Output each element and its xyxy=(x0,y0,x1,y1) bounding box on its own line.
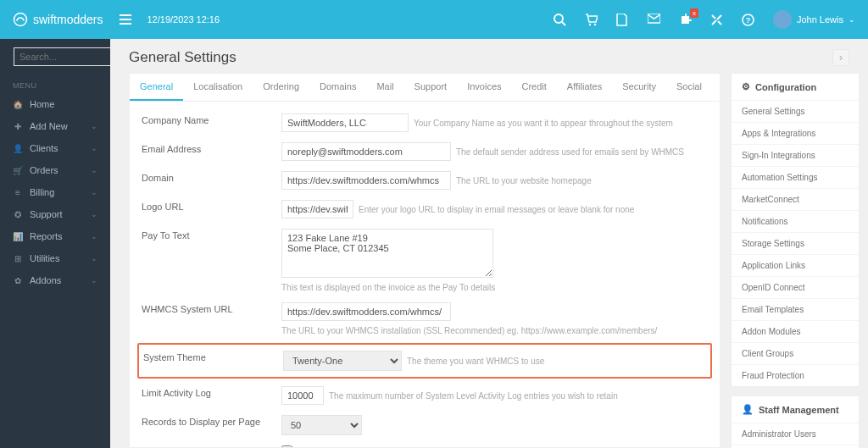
mail-icon[interactable] xyxy=(648,14,660,26)
tab-affiliates[interactable]: Affiliates xyxy=(557,74,612,101)
user-icon: 👤 xyxy=(742,404,754,415)
email-label: Email Address xyxy=(142,142,281,161)
nav-icon: 👤 xyxy=(13,144,23,153)
datetime: 12/19/2023 12:16 xyxy=(147,14,220,25)
page-title: General Settings xyxy=(129,49,236,66)
config-link-fraud-protection[interactable]: Fraud Protection xyxy=(732,364,859,386)
config-link-client-groups[interactable]: Client Groups xyxy=(732,342,859,364)
chevron-down-icon: ⌄ xyxy=(91,276,97,285)
config-link-marketconnect[interactable]: MarketConnect xyxy=(732,188,859,210)
maint-mode-checkbox[interactable] xyxy=(281,445,292,447)
tab-domains[interactable]: Domains xyxy=(309,74,366,101)
records-select[interactable]: 50 xyxy=(281,415,362,435)
brand-logo[interactable]: swiftmodders xyxy=(13,12,103,27)
chevron-down-icon: ⌄ xyxy=(91,144,97,152)
svg-point-1 xyxy=(554,14,563,23)
topbar: swiftmodders 12/19/2023 12:16 x ? John L… xyxy=(0,0,868,39)
chevron-down-icon: ⌄ xyxy=(91,188,97,196)
tabs: GeneralLocalisationOrderingDomainsMailSu… xyxy=(130,74,720,102)
sidebar-item-orders[interactable]: 🛒Orders⌄ xyxy=(0,159,110,181)
logo-url-hint: Enter your logo URL to display in email … xyxy=(359,205,634,214)
maint-mode-text: Check to enable - prevents client area a… xyxy=(298,446,547,448)
system-url-hint: The URL to your WHMCS installation (SSL … xyxy=(281,326,708,335)
search-icon[interactable] xyxy=(554,14,566,26)
cart-icon[interactable] xyxy=(585,14,598,26)
domain-input[interactable] xyxy=(281,171,451,190)
activity-log-input[interactable] xyxy=(281,386,324,405)
config-link-apps-integrations[interactable]: Apps & Integrations xyxy=(732,122,859,144)
nav-icon: ✪ xyxy=(13,210,23,219)
sidebar-item-billing[interactable]: ≡Billing⌄ xyxy=(0,181,110,203)
records-label: Records to Display per Page xyxy=(142,415,281,435)
config-link-automation-settings[interactable]: Automation Settings xyxy=(732,166,859,188)
company-name-input[interactable] xyxy=(281,113,409,132)
file-icon[interactable] xyxy=(616,14,629,26)
payto-label: Pay To Text xyxy=(142,229,281,292)
tab-localisation[interactable]: Localisation xyxy=(183,74,253,101)
staff-link-administrator-roles[interactable]: Administrator Roles xyxy=(732,445,859,448)
config-link-sign-in-integrations[interactable]: Sign-In Integrations xyxy=(732,144,859,166)
tab-credit[interactable]: Credit xyxy=(512,74,557,101)
tab-support[interactable]: Support xyxy=(404,74,458,101)
tab-social[interactable]: Social xyxy=(666,74,712,101)
sidebar: MENU 🏠Home✚Add New⌄👤Clients⌄🛒Orders⌄≡Bil… xyxy=(0,39,110,448)
config-link-openid-connect[interactable]: OpenID Connect xyxy=(732,276,859,298)
company-name-label: Company Name xyxy=(142,113,281,132)
sidebar-item-home[interactable]: 🏠Home xyxy=(0,93,110,115)
tab-mail[interactable]: Mail xyxy=(366,74,403,101)
nav-icon: ≡ xyxy=(13,188,23,197)
sidebar-search-input[interactable] xyxy=(14,47,110,66)
logo-url-input[interactable] xyxy=(281,200,353,218)
config-link-notifications[interactable]: Notifications xyxy=(732,210,859,232)
menu-toggle[interactable] xyxy=(120,14,131,25)
svg-text:?: ? xyxy=(746,16,751,25)
activity-log-label: Limit Activity Log xyxy=(142,386,281,405)
sidebar-item-support[interactable]: ✪Support⌄ xyxy=(0,203,110,225)
email-input[interactable] xyxy=(281,142,451,161)
nav-icon: 🛒 xyxy=(13,166,23,175)
chevron-down-icon: ⌄ xyxy=(91,210,97,218)
nav-icon: ⊞ xyxy=(13,254,23,263)
chevron-down-icon: ⌄ xyxy=(91,232,97,241)
settings-form-panel: GeneralLocalisationOrderingDomainsMailSu… xyxy=(129,73,721,448)
brand-icon xyxy=(13,12,28,27)
config-link-general-settings[interactable]: General Settings xyxy=(732,100,859,122)
sidebar-item-addons[interactable]: ✿Addons⌄ xyxy=(0,269,110,291)
svg-point-0 xyxy=(14,14,27,26)
nav-icon: 📊 xyxy=(13,232,23,241)
email-hint: The default sender address used for emai… xyxy=(456,147,684,157)
config-link-application-links[interactable]: Application Links xyxy=(732,254,859,276)
payto-hint: This text is displayed on the invoice as… xyxy=(281,283,708,292)
config-link-addon-modules[interactable]: Addon Modules xyxy=(732,320,859,342)
sidebar-item-add-new[interactable]: ✚Add New⌄ xyxy=(0,115,110,137)
tab-invoices[interactable]: Invoices xyxy=(457,74,511,101)
theme-select[interactable]: Twenty-One xyxy=(283,351,402,371)
collapse-sidepanel-button[interactable]: › xyxy=(832,49,849,66)
chevron-down-icon: ⌄ xyxy=(91,254,97,263)
user-menu[interactable]: John Lewis ⌄ xyxy=(773,10,855,29)
help-icon[interactable]: ? xyxy=(742,14,754,26)
nav-icon: 🏠 xyxy=(13,100,23,109)
menu-label: MENU xyxy=(0,75,110,93)
tab-general[interactable]: General xyxy=(130,74,183,101)
puzzle-icon[interactable]: x xyxy=(679,14,692,26)
tab-other[interactable]: Other xyxy=(712,74,721,101)
config-link-email-templates[interactable]: Email Templates xyxy=(732,298,859,320)
staff-link-administrator-users[interactable]: Administrator Users xyxy=(732,423,859,445)
svg-point-3 xyxy=(594,23,596,25)
tools-icon[interactable] xyxy=(710,14,723,26)
tab-ordering[interactable]: Ordering xyxy=(253,74,309,101)
sidebar-item-clients[interactable]: 👤Clients⌄ xyxy=(0,137,110,159)
nav-icon: ✿ xyxy=(13,276,23,285)
config-link-storage-settings[interactable]: Storage Settings xyxy=(732,232,859,254)
tab-security[interactable]: Security xyxy=(612,74,666,101)
system-url-input[interactable] xyxy=(281,302,451,321)
theme-label: System Theme xyxy=(143,351,283,371)
sidebar-item-utilities[interactable]: ⊞Utilities⌄ xyxy=(0,247,110,269)
nav-icon: ✚ xyxy=(13,122,23,131)
domain-hint: The URL to your website homepage xyxy=(456,176,592,185)
sidebar-item-reports[interactable]: 📊Reports⌄ xyxy=(0,225,110,247)
chevron-down-icon: ⌄ xyxy=(91,122,97,130)
configuration-section: ⚙Configuration General SettingsApps & In… xyxy=(731,73,860,387)
payto-textarea[interactable] xyxy=(281,229,493,278)
